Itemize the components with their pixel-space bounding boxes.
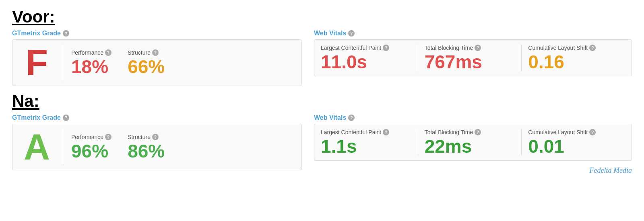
voor-lcp-label: Largest Contentful Paint ? [321,45,411,51]
voor-tbt: Total Blocking Time ? 767ms [418,45,522,71]
na-tbt-label: Total Blocking Time ? [425,129,515,135]
voor-lcp: Largest Contentful Paint ? 11.0s [321,45,418,71]
voor-vitals-label: Web Vitals ? [314,30,632,37]
structure-question-voor[interactable]: ? [152,49,159,56]
na-performance-label: Performance ? [71,134,111,140]
na-cls-label: Cumulative Layout Shift ? [528,129,619,135]
performance-question-voor[interactable]: ? [105,49,111,56]
voor-cls-value: 0.16 [528,53,619,71]
na-tbt-value: 22ms [425,137,515,156]
na-lcp: Largest Contentful Paint ? 1.1s [321,129,418,156]
voor-vitals-inner: Largest Contentful Paint ? 11.0s Total B… [321,45,625,71]
voor-title: Voor: [12,7,632,27]
na-performance-value: 96% [71,142,111,160]
voor-cls-label: Cumulative Layout Shift ? [528,45,619,51]
voor-cls: Cumulative Layout Shift ? 0.16 [522,45,625,71]
brand-watermark: Fedelta Media [314,166,632,175]
na-grade-letter: A [19,129,63,165]
na-grade-panel: A Performance ? 96% Structure [12,124,302,170]
performance-question-na[interactable]: ? [105,134,111,140]
tbt-question-voor[interactable]: ? [475,45,481,51]
na-performance: Performance ? 96% [71,134,111,160]
voor-performance-value: 18% [71,57,111,76]
voor-performance-label: Performance ? [71,49,111,56]
cls-question-na[interactable]: ? [589,129,596,135]
voor-grade-panel: F Performance ? 18% Structure [12,39,302,86]
voor-gtmetrix-label: GTmetrix Grade ? [12,30,302,37]
gtmetrix-question-na[interactable]: ? [63,115,69,121]
na-vitals-panel: Largest Contentful Paint ? 1.1s Total Bl… [314,124,632,161]
structure-question-na[interactable]: ? [152,134,159,140]
na-vitals-label: Web Vitals ? [314,114,632,121]
na-section: Na: GTmetrix Grade ? A Performance ? [12,92,632,176]
voor-structure: Structure ? 66% [128,49,165,76]
na-cls-value: 0.01 [528,137,619,156]
na-structure: Structure ? 86% [128,134,165,160]
na-structure-value: 86% [128,142,165,160]
vitals-question-na[interactable]: ? [348,115,355,121]
lcp-question-voor[interactable]: ? [383,45,389,51]
voor-performance: Performance ? 18% [71,49,111,76]
voor-grade-letter: F [19,45,63,81]
lcp-question-na[interactable]: ? [383,129,389,135]
voor-lcp-value: 11.0s [321,53,411,71]
voor-tbt-label: Total Blocking Time ? [425,45,515,51]
na-gtmetrix-label: GTmetrix Grade ? [12,114,302,121]
na-cls: Cumulative Layout Shift ? 0.01 [522,129,625,156]
na-structure-label: Structure ? [128,134,165,140]
voor-vitals-panel: Largest Contentful Paint ? 11.0s Total B… [314,39,632,76]
voor-structure-label: Structure ? [128,49,165,56]
vitals-question-voor[interactable]: ? [348,30,355,37]
gtmetrix-question-voor[interactable]: ? [63,30,69,37]
na-metrics-group: Performance ? 96% Structure ? 86% [71,134,165,160]
voor-section: Voor: GTmetrix Grade ? F Performance ? [12,7,632,92]
na-lcp-value: 1.1s [321,137,411,156]
tbt-question-na[interactable]: ? [475,129,481,135]
na-lcp-label: Largest Contentful Paint ? [321,129,411,135]
na-vitals-inner: Largest Contentful Paint ? 1.1s Total Bl… [321,129,625,156]
voor-metrics-group: Performance ? 18% Structure ? 66% [71,49,165,76]
cls-question-voor[interactable]: ? [589,45,596,51]
voor-tbt-value: 767ms [425,53,515,71]
na-title: Na: [12,92,632,111]
na-tbt: Total Blocking Time ? 22ms [418,129,522,156]
voor-structure-value: 66% [128,57,165,76]
